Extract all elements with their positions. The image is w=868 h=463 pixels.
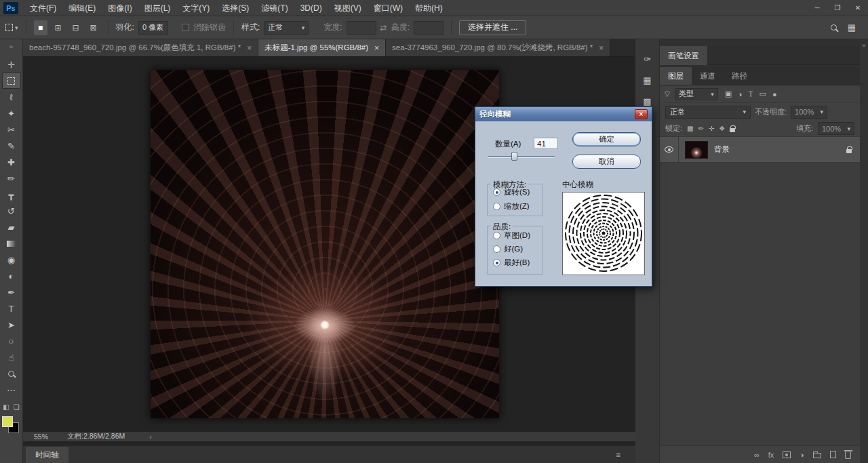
menu-file[interactable]: 文件(F) [24, 0, 62, 16]
minimize-button[interactable]: ─ [807, 0, 827, 16]
path-selection-tool[interactable]: ➤ [2, 317, 21, 333]
quality-best-option[interactable]: 最好(B) [493, 258, 530, 267]
quick-selection-tool[interactable]: ✦ [2, 105, 21, 121]
ellipse-tool[interactable]: ○ [2, 333, 21, 349]
height-input[interactable] [414, 21, 443, 35]
layer-effects-icon[interactable]: fx [768, 451, 774, 459]
menu-window[interactable]: 窗口(W) [368, 0, 409, 16]
history-brush-tool[interactable]: ↺ [2, 203, 21, 219]
crop-tool[interactable]: ✂ [2, 121, 21, 138]
filter-group-layers-icon[interactable]: ▭ [760, 89, 766, 98]
doc-tab-untitled[interactable]: 未标题-1.jpg @ 55%(RGB/8#) × [258, 39, 386, 56]
amount-slider-track[interactable] [488, 156, 555, 158]
zoom-level-field[interactable]: 55% [34, 432, 48, 441]
link-layers-icon[interactable]: ∞ [754, 451, 760, 459]
menu-filter[interactable]: 滤镜(T) [255, 0, 294, 16]
hand-tool[interactable]: ☝ [2, 349, 21, 365]
style-dropdown[interactable]: 正常 ▾ [264, 21, 309, 35]
type-tool[interactable]: T [2, 300, 21, 317]
menu-3d[interactable]: 3D(D) [294, 0, 328, 16]
workspace-switcher-icon[interactable]: ▦ [848, 22, 856, 33]
lock-transparency-icon[interactable]: ▩ [687, 125, 693, 132]
tab-paths[interactable]: 路径 [724, 67, 755, 85]
filter-type-dropdown[interactable]: 类型 ▾ [675, 88, 718, 100]
color-panel-icon[interactable]: ▦ [643, 75, 651, 85]
new-group-icon[interactable] [813, 453, 821, 458]
add-layer-mask-icon[interactable] [783, 451, 791, 458]
intersect-selection-button[interactable]: ⊠ [87, 20, 100, 35]
menu-view[interactable]: 视图(V) [328, 0, 368, 16]
filter-type-layers-icon[interactable]: T [749, 90, 753, 98]
close-tab-icon[interactable]: × [374, 43, 379, 53]
filter-adjustment-layers-icon[interactable]: ◑ [738, 90, 743, 98]
blur-center-preview[interactable] [562, 192, 645, 275]
menu-type[interactable]: 文字(Y) [176, 0, 216, 16]
doc-tab-beach[interactable]: beach-957748_960_720.jpg @ 66.7%(颜色填充 1,… [23, 39, 258, 56]
layer-thumbnail[interactable] [685, 141, 708, 159]
fill-dropdown[interactable]: 100% ▾ [818, 122, 854, 135]
width-input[interactable] [347, 21, 376, 35]
lock-all-icon[interactable] [730, 128, 735, 132]
ok-button[interactable]: 确定 [572, 132, 641, 146]
zoom-tool[interactable] [2, 365, 21, 382]
layer-name[interactable]: 背景 [714, 144, 846, 155]
adjustment-layer-icon[interactable]: ◑ [800, 451, 804, 459]
gradient-tool[interactable] [2, 235, 21, 251]
subtract-from-selection-button[interactable]: ⊟ [69, 20, 83, 35]
eyedropper-tool[interactable]: ✎ [2, 138, 21, 154]
tool-preset-picker[interactable]: ▾ [5, 24, 18, 31]
edit-toolbar-button[interactable]: ⋯ [2, 382, 21, 398]
healing-brush-tool[interactable]: ✚ [2, 154, 21, 170]
layer-visibility-cell[interactable] [660, 137, 679, 162]
quality-good-option[interactable]: 好(G) [493, 245, 523, 254]
lock-artboard-icon[interactable]: ❖ [719, 125, 725, 132]
quick-mask-button[interactable]: ◧ [3, 403, 9, 411]
swatches-panel-icon[interactable]: ▩ [643, 96, 651, 106]
lasso-tool[interactable]: ℓ [2, 89, 21, 105]
pen-tool[interactable]: ✒ [2, 284, 21, 300]
select-and-mask-button[interactable]: 选择并遮住 ... [459, 20, 526, 35]
canvas-image[interactable] [151, 70, 499, 418]
restore-button[interactable]: ❐ [827, 0, 848, 16]
filter-smart-object-icon[interactable]: ● [772, 90, 777, 98]
clone-stamp-tool[interactable]: ┳ [2, 186, 21, 203]
antialias-checkbox[interactable] [182, 24, 189, 31]
dialog-close-button[interactable]: × [635, 109, 648, 119]
eraser-tool[interactable]: ▰ [2, 219, 21, 235]
close-tab-icon[interactable]: × [599, 43, 604, 53]
status-chevron-icon[interactable]: › [149, 432, 152, 441]
method-zoom-option[interactable]: 缩放(Z) [493, 202, 530, 211]
menu-edit[interactable]: 编辑(E) [62, 0, 102, 16]
close-button[interactable]: ✕ [848, 0, 868, 16]
close-tab-icon[interactable]: × [247, 43, 252, 53]
new-layer-icon[interactable] [830, 451, 836, 458]
tab-channels[interactable]: 通道 [692, 67, 724, 85]
tab-brush-settings[interactable]: 画笔设置 [660, 46, 707, 65]
tab-layers[interactable]: 图层 [660, 67, 692, 85]
layer-row-background[interactable]: 背景 [660, 137, 860, 163]
timeline-tab[interactable]: 时间轴 [26, 447, 68, 463]
dialog-titlebar[interactable]: 径向模糊 × [475, 107, 652, 121]
screen-mode-button[interactable]: ❏ [14, 403, 20, 411]
rectangular-marquee-tool[interactable] [2, 73, 21, 89]
lock-position-icon[interactable]: ✛ [709, 125, 714, 132]
dock-collapse-icon[interactable]: « [862, 42, 865, 49]
foreground-color-swatch[interactable] [2, 416, 13, 427]
blur-tool[interactable]: ◉ [2, 251, 21, 268]
brush-panel-icon[interactable]: ✑ [644, 54, 651, 64]
menu-select[interactable]: 选择(S) [216, 0, 255, 16]
amount-input[interactable]: 41 [534, 138, 558, 149]
search-icon[interactable] [831, 24, 837, 31]
move-tool[interactable]: ✛ [2, 56, 21, 73]
toolbar-collapse-icon[interactable]: » [9, 41, 13, 52]
opacity-dropdown[interactable]: 100% ▾ [791, 106, 827, 119]
delete-layer-icon[interactable] [845, 452, 851, 459]
method-spin-option[interactable]: 旋转(S) [493, 188, 530, 197]
new-selection-button[interactable]: ■ [34, 20, 47, 35]
brush-tool[interactable]: ✏ [2, 170, 21, 186]
doc-tab-sea[interactable]: sea-3774963_960_720.jpg @ 80.7%(沙滩烧烤, RG… [386, 39, 610, 56]
quality-draft-option[interactable]: 草图(D) [493, 231, 530, 240]
blend-mode-dropdown[interactable]: 正常 ▾ [665, 106, 751, 119]
cancel-button[interactable]: 取消 [572, 155, 641, 169]
menu-layer[interactable]: 图层(L) [138, 0, 177, 16]
